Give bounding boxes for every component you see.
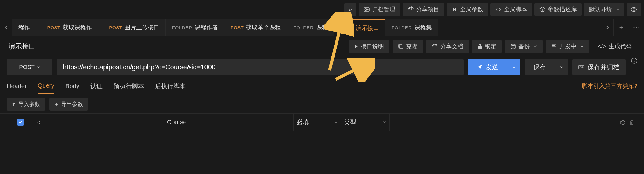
tab-item[interactable]: POST 获取单个课程 <box>224 19 287 36</box>
send-button[interactable]: 发送 <box>468 59 507 75</box>
trash-icon[interactable] <box>629 120 634 125</box>
method-label: POST <box>19 64 35 71</box>
backup-button[interactable]: 备份 <box>505 40 543 53</box>
preview-button[interactable] <box>627 3 641 16</box>
chevron-down-icon <box>334 121 338 124</box>
chevrons-right-icon: » <box>349 6 352 13</box>
plus-icon: + <box>619 23 623 32</box>
tab-label: 程作... <box>18 24 35 31</box>
tabs-scroll-right[interactable] <box>601 19 613 36</box>
sub-tab-body[interactable]: Body <box>65 79 79 93</box>
sub-tab-header[interactable]: Header <box>7 79 27 93</box>
g-plus-icon: G+ <box>578 64 584 70</box>
param-desc-lib-button[interactable]: 参数描述库 <box>534 3 582 16</box>
add-tab-button[interactable]: + <box>613 19 629 36</box>
send-dropdown[interactable] <box>507 59 520 75</box>
button-label: 锁定 <box>485 42 496 50</box>
lock-button[interactable]: 锁定 <box>472 40 502 53</box>
help-icon[interactable]: ? <box>631 58 637 64</box>
svg-text:G+: G+ <box>579 66 584 69</box>
sub-tab-pre-script[interactable]: 预执行脚本 <box>114 78 144 94</box>
tab-item[interactable]: FOLDER 课程作者 <box>166 19 224 36</box>
cube-icon[interactable] <box>620 120 626 125</box>
url-bar: POST 发送 保存 G+ 保存并归档 ? <box>0 57 644 77</box>
row-checkbox[interactable] <box>17 119 24 126</box>
button-label: 全局脚本 <box>504 5 527 13</box>
arrow-up-icon <box>12 102 16 106</box>
ellipsis-icon: ⋯ <box>633 23 641 32</box>
doc-title: 演示接口 <box>9 42 35 51</box>
svg-point-7 <box>511 44 515 46</box>
export-params-button[interactable]: 导出参数 <box>49 98 88 111</box>
method-badge: POST <box>47 25 60 30</box>
tab-item[interactable]: POST 获取课程作... <box>41 19 103 36</box>
sub-tab-auth[interactable]: 认证 <box>90 78 103 94</box>
play-icon <box>354 44 358 49</box>
tab-item[interactable]: FOLDER 课程集 <box>385 19 438 36</box>
url-input[interactable] <box>57 59 464 75</box>
overflow-button[interactable]: » <box>344 3 356 16</box>
save-dropdown[interactable] <box>555 59 568 75</box>
copy-icon <box>398 44 403 49</box>
tab-label: 演示接口 <box>356 24 379 32</box>
params-table: c Course 必填 类型 <box>0 113 644 131</box>
param-type-select[interactable]: 类型 <box>341 114 390 131</box>
button-label: 全局参数 <box>460 5 483 13</box>
button-label: 接口说明 <box>361 42 384 50</box>
param-key-cell[interactable]: c <box>34 114 164 131</box>
arrow-down-icon <box>54 102 59 106</box>
chevron-down-icon <box>37 65 40 69</box>
tab-label: 课程 <box>316 24 328 31</box>
clone-button[interactable]: 克隆 <box>393 40 423 53</box>
tab-item[interactable]: FOLDER 课程 <box>287 19 334 36</box>
global-params-button[interactable]: H 全局参数 <box>447 3 488 16</box>
button-label: 导出参数 <box>61 100 83 108</box>
button-label: 克隆 <box>406 42 418 50</box>
top-toolbar: » G+ 归档管理 分享项目 H 全局参数 全局脚本 参数描述库 默认环境 <box>0 0 644 19</box>
folder-badge: FOLDER <box>172 25 192 30</box>
status-button[interactable]: 开发中 <box>546 40 589 53</box>
global-scripts-button[interactable]: 全局脚本 <box>490 3 532 16</box>
g-plus-icon: G+ <box>364 6 370 13</box>
share-doc-button[interactable]: 分享文档 <box>426 40 469 53</box>
share-project-button[interactable]: 分享项目 <box>403 3 444 16</box>
chevron-down-icon <box>616 8 620 11</box>
share-icon <box>407 6 414 13</box>
save-and-archive-button[interactable]: G+ 保存并归档 <box>572 59 626 75</box>
tabs-scroll-left[interactable] <box>0 19 12 36</box>
tab-item[interactable]: 程作... <box>12 19 41 36</box>
chevron-down-icon <box>383 121 386 124</box>
import-params-button[interactable]: 导入参数 <box>7 98 45 111</box>
tab-item[interactable]: POST 图片上传接口 <box>103 19 166 36</box>
method-select[interactable]: POST <box>7 59 52 75</box>
chevron-down-icon <box>512 65 516 69</box>
save-button[interactable]: 保存 <box>525 59 555 75</box>
sub-tab-post-script[interactable]: 后执行脚本 <box>155 78 186 94</box>
environment-select[interactable]: 默认环境 <box>584 3 624 16</box>
button-label: 归档管理 <box>372 5 395 13</box>
param-desc-cell[interactable] <box>390 114 610 131</box>
third-party-lib-link[interactable]: 脚本引入第三方类库? <box>582 82 637 90</box>
svg-rect-5 <box>400 45 403 49</box>
button-label: 备份 <box>518 42 530 50</box>
sub-tab-query[interactable]: Query <box>38 78 54 94</box>
folder-badge: FOLDER <box>293 25 314 30</box>
button-label: 分享文档 <box>440 42 463 50</box>
code-icon <box>495 6 501 13</box>
tab-label: 获取单个课程 <box>246 24 281 31</box>
lock-icon <box>477 44 482 49</box>
param-required-select[interactable]: 必填 <box>294 114 341 131</box>
paper-plane-icon <box>476 64 483 70</box>
tab-item-active[interactable]: POST 演示接口 <box>334 19 385 36</box>
table-row: c Course 必填 类型 <box>0 114 644 131</box>
gen-code-button[interactable]: </> 生成代码 <box>592 40 637 53</box>
archive-manage-button[interactable]: G+ 归档管理 <box>359 3 400 16</box>
param-value-cell[interactable]: Course <box>164 114 294 131</box>
button-label: 发送 <box>486 63 498 71</box>
button-label: 默认环境 <box>589 5 612 13</box>
tab-menu-button[interactable]: ⋯ <box>629 19 644 36</box>
svg-rect-6 <box>478 46 482 49</box>
api-desc-button[interactable]: 接口说明 <box>349 40 389 53</box>
chevron-down-icon <box>580 45 584 48</box>
io-row: 导入参数 导出参数 <box>0 95 644 113</box>
